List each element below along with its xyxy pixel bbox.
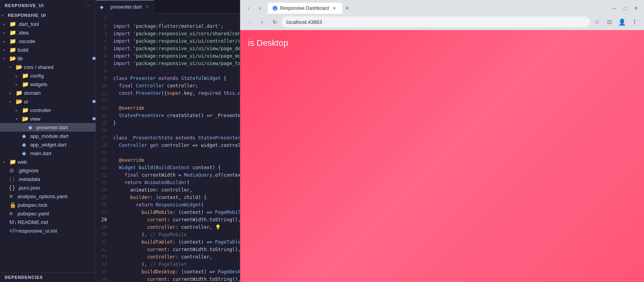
line-num: 17	[96, 134, 107, 142]
tree-label-idea: .idea	[18, 30, 29, 36]
dependencies-label: DEPENDENCIES	[5, 275, 43, 280]
line-num: 22	[96, 172, 107, 179]
line-num: 3	[96, 30, 107, 38]
tab-bar-nav: ‹ ›	[243, 3, 265, 14]
folder-icon: 📁	[22, 107, 29, 113]
folder-icon: 📂	[16, 64, 23, 70]
tree-item-puro-json[interactable]: ▸ { } .puro.json	[0, 183, 96, 192]
arrow-icon: ▾	[16, 117, 22, 121]
tree-label-web: web	[18, 159, 27, 165]
arrow-icon: ▸	[3, 39, 9, 43]
new-tab-plus-icon: +	[346, 5, 349, 12]
tree-item-view[interactable]: ▾ 📂 view	[0, 114, 96, 123]
folder-icon: 📁	[9, 38, 16, 44]
tree-label-domain: domain	[24, 90, 41, 96]
file-icon: { }	[9, 176, 16, 182]
tree-label-main-dart: main.dart	[30, 150, 51, 156]
tree-label-analysis-options: analysis_options.yaml	[18, 193, 67, 199]
browser-viewport: is Desktop	[240, 30, 644, 282]
arrow-icon: ▸	[3, 31, 9, 35]
line-num: 20	[96, 157, 107, 164]
browser-active-tab[interactable]: C Responsive Dashboard ✕	[268, 3, 342, 14]
profile-icon[interactable]: 👤	[617, 16, 628, 27]
tree-item-widgets[interactable]: ▸ 📁 widgets	[0, 80, 96, 89]
address-bar-input[interactable]	[282, 16, 590, 27]
tree-item-build[interactable]: ▸ 📁 build	[0, 45, 96, 54]
explorer-title: RESPONSIVE_UI	[5, 3, 44, 8]
tree-label-config: config	[30, 73, 44, 79]
yaml-icon: ≡	[9, 193, 16, 199]
close-btn[interactable]: ✕	[631, 4, 641, 13]
tree-item-web[interactable]: ▸ 📁 web	[0, 157, 96, 166]
browser-panel: ‹ › C Responsive Dashboard ✕ + ─ □ ✕	[240, 0, 644, 282]
window-controls: ─ □ ✕	[610, 4, 641, 13]
tree-item-config[interactable]: ▸ 📁 config	[0, 71, 96, 80]
maximize-btn[interactable]: □	[620, 4, 630, 13]
forward-button[interactable]: ›	[257, 16, 268, 27]
folder-icon: 📁	[9, 21, 16, 27]
cast-icon[interactable]: ⊡	[604, 16, 615, 27]
line-num: 5	[96, 45, 107, 52]
tree-item-readme[interactable]: ▸ M↓ README.md	[0, 218, 96, 226]
dart-tab-icon: ◆	[100, 4, 107, 10]
tree-label-ui: ui	[24, 99, 28, 105]
modified-dot	[92, 100, 96, 103]
line-num: 11	[96, 90, 107, 97]
line-num: 9	[96, 75, 107, 82]
back-button[interactable]: ‹	[244, 16, 255, 27]
tree-item-pubspec-lock[interactable]: ▸ 🔒 pubspec.lock	[0, 201, 96, 209]
editor-tab-close-btn[interactable]: ✕	[144, 4, 150, 10]
tree-label-widgets: widgets	[30, 81, 47, 87]
tree-root-label[interactable]: ▾ RESPONSIVE_UI	[0, 11, 96, 20]
tree-item-pubspec-yaml[interactable]: ▸ ≡ pubspec.yaml	[0, 209, 96, 218]
tree-item-metadata[interactable]: ▸ { } .metadata	[0, 175, 96, 183]
tree-item-app-module[interactable]: ▸ ◆ app_module.dart	[0, 132, 96, 140]
tree-item-gitignore[interactable]: ▸ ⊘ .gitignore	[0, 166, 96, 175]
root-arrow-icon: ▾	[2, 13, 8, 18]
browser-tab-favicon-icon: C	[272, 5, 278, 11]
line-num: 2	[96, 23, 107, 30]
tree-item-cors-shared[interactable]: ▾ 📂 cors / shared	[0, 63, 96, 71]
tree-label-cors-shared: cors / shared	[24, 64, 53, 70]
browser-menu-icon[interactable]: ⋮	[629, 16, 640, 27]
gitignore-icon: ⊘	[9, 167, 16, 174]
tree-item-analysis-options[interactable]: ▸ ≡ analysis_options.yaml	[0, 192, 96, 201]
tree-item-presenter-dart[interactable]: ▸ ◆ presenter.dart	[0, 123, 96, 132]
editor-tabs-bar: ◆ presenter.dart ✕	[96, 0, 240, 14]
tree-item-app-widget[interactable]: ▸ ◆ app_widget.dart	[0, 140, 96, 149]
line-num: 30	[96, 231, 107, 239]
tree-label-dart-tool: .dart_tool	[18, 21, 39, 27]
tree-item-domain[interactable]: ▸ 📁 domain	[0, 89, 96, 97]
tree-label-app-widget: app_widget.dart	[30, 142, 67, 148]
dependencies-section[interactable]: DEPENDENCIES	[0, 272, 96, 282]
tree-label-controller: controller	[30, 107, 51, 113]
tree-label-build: build	[18, 47, 28, 53]
folder-icon: 📁	[16, 90, 23, 96]
tree-item-dart-tool[interactable]: ▸ 📁 .dart_tool	[0, 20, 96, 28]
minimize-btn[interactable]: ─	[610, 4, 619, 13]
tree-item-idea[interactable]: ▸ 📁 .idea	[0, 28, 96, 37]
line-num: 24	[96, 186, 107, 194]
tree-item-vscode[interactable]: ▸ 📁 .vscode	[0, 37, 96, 45]
tree-item-lib[interactable]: ▾ 📂 lib	[0, 54, 96, 63]
line-num: 25	[96, 194, 107, 201]
editor-tab-presenter[interactable]: ◆ presenter.dart ✕	[96, 0, 154, 14]
bookmark-icon[interactable]: ☆	[592, 16, 602, 27]
reload-button[interactable]: ↻	[269, 16, 280, 27]
line-num: 13	[96, 105, 107, 112]
tree-item-main-dart[interactable]: ▸ ◆ main.dart	[0, 149, 96, 157]
explorer-panel: RESPONSIVE_UI ··· ▾ RESPONSIVE_UI ▸ 📁 .d…	[0, 0, 96, 282]
line-num: 18	[96, 142, 107, 149]
folder-icon: 📁	[22, 81, 29, 87]
tab-bar-forward-icon[interactable]: ›	[254, 3, 265, 14]
code-content[interactable]: import 'package:flutter/material.dart'; …	[110, 14, 240, 282]
tree-item-controller[interactable]: ▸ 📁 controller	[0, 106, 96, 114]
tree-item-ui[interactable]: ▾ 📂 ui	[0, 97, 96, 106]
browser-new-tab-btn[interactable]: +	[343, 2, 351, 14]
browser-tab-close-btn[interactable]: ✕	[331, 5, 338, 11]
tree-item-iml[interactable]: ▸ </> responsive_ui.iml	[0, 226, 96, 235]
tab-bar-back-icon[interactable]: ‹	[243, 3, 254, 14]
explorer-menu-icon[interactable]: ···	[86, 3, 91, 8]
arrow-icon: ▾	[3, 56, 9, 61]
browser-address-bar: ‹ › ↻ ☆ ⊡ 👤 ⋮	[240, 14, 644, 30]
